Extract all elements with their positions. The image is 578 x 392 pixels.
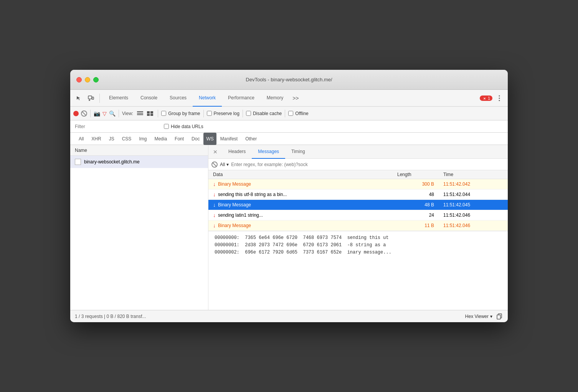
message-row[interactable]: ↓ Binary Message 11 B 11:51:42.046 [208,221,508,231]
message-type-dropdown[interactable]: All ▾ [220,162,229,167]
filter-type-doc[interactable]: Doc [188,133,203,145]
tab-messages[interactable]: Messages [252,145,285,159]
filter-type-all[interactable]: All [75,133,88,145]
message-data-1: Binary Message [218,181,251,187]
error-icon: ✕ [482,96,487,100]
devtools-window: DevTools - binary-websocket.glitch.me/ E… [70,70,508,322]
tab-memory[interactable]: Memory [261,90,289,107]
toolbar2-sep4 [203,110,204,117]
arrow-down-icon: ↓ [213,222,216,229]
tab-performance[interactable]: Performance [222,90,261,107]
more-tabs-button[interactable]: >> [289,95,302,101]
message-length-2: 48 [393,190,439,199]
message-time-5: 11:51:42.046 [439,221,508,230]
filter-type-manifest[interactable]: Manifest [216,133,241,145]
filter-type-css[interactable]: CSS [118,133,135,145]
view-grid-icon[interactable] [145,109,155,118]
network-toolbar: 📷 ▽ 🔍 View: [70,107,508,120]
traffic-lights [76,77,99,82]
filter-type-ws[interactable]: WS [203,133,216,145]
message-row[interactable]: ↓ Binary Message 300 B 11:51:42.042 [208,179,508,189]
record-button[interactable] [73,111,79,116]
arrow-down-icon: ↓ [213,191,216,198]
no-entry-icon[interactable] [211,161,218,168]
arrow-down-icon: ↓ [213,181,216,187]
filter-type-xhr[interactable]: XHR [88,133,105,145]
svg-point-6 [499,95,500,96]
filter-type-font[interactable]: Font [171,133,188,145]
svg-rect-1 [92,97,94,99]
maximize-button[interactable] [93,77,99,82]
message-row[interactable]: ↓ sending latin1 string... 24 11:51:42.0… [208,210,508,221]
offline-checkbox[interactable]: Offline [288,111,308,116]
clear-button[interactable] [81,110,87,117]
filter-type-other[interactable]: Other [241,133,261,145]
svg-rect-11 [137,114,143,115]
tab-sources[interactable]: Sources [163,90,193,107]
tab-timing[interactable]: Timing [285,145,311,159]
svg-rect-15 [150,114,153,116]
more-options-button[interactable] [494,93,505,104]
filter-type-js[interactable]: JS [105,133,118,145]
regex-filter-input[interactable] [231,162,505,167]
hex-viewer-dropdown[interactable]: Hex Viewer ▾ [465,314,492,319]
filter-type-media[interactable]: Media [150,133,171,145]
request-count: 1 / 3 requests | 0 B / 820 B transf... [75,314,146,319]
tab-network[interactable]: Network [193,90,222,107]
filter-type-bar: All XHR JS CSS Img Media Font Doc WS Man… [70,133,508,145]
copy-button[interactable] [495,313,503,320]
device-icon[interactable] [86,93,96,104]
name-column-header: Name [70,145,208,156]
cursor-icon[interactable] [73,93,84,104]
right-panel: ✕ Headers Messages Timing All ▾ [208,145,508,310]
svg-rect-0 [88,96,92,99]
filter-button[interactable]: ▽ [102,110,107,117]
group-by-frame-checkbox[interactable]: Group by frame [161,111,200,116]
data-column-header: Data [208,170,393,179]
ws-item-label: binary-websocket.glitch.me [84,159,140,165]
message-time-1: 11:51:42.042 [439,180,508,189]
messages-tabs: ✕ Headers Messages Timing [208,145,508,159]
view-label: View: [122,111,133,116]
message-length-5: 11 B [393,221,439,230]
websocket-item[interactable]: binary-websocket.glitch.me [70,156,208,168]
messages-filter: All ▾ [208,159,508,170]
close-button[interactable] [76,77,82,82]
length-column-header: Length [393,170,439,179]
toolbar2-sep2 [119,110,119,117]
search-button[interactable]: 🔍 [109,110,116,117]
svg-rect-10 [137,113,143,114]
preserve-log-checkbox[interactable]: Preserve log [207,111,239,116]
message-length-1: 300 B [393,180,439,189]
close-detail-button[interactable]: ✕ [208,145,222,159]
hex-line-2: 00000001: 2d38 2073 7472 696e 6720 6173 … [215,242,502,249]
message-length-4: 24 [393,211,439,220]
svg-rect-13 [150,111,153,114]
message-length-3: 48 B [393,200,439,209]
tab-elements[interactable]: Elements [103,90,134,107]
toolbar2-sep6 [285,110,285,117]
status-bar: 1 / 3 requests | 0 B / 820 B transf... H… [70,310,508,322]
minimize-button[interactable] [85,77,90,82]
message-row[interactable]: ↓ sending this utf-8 string as a bin... … [208,189,508,200]
svg-rect-17 [497,315,500,319]
svg-rect-12 [147,111,150,114]
message-row[interactable]: ↓ Binary Message 48 B 11:51:42.045 [208,200,508,210]
message-data-2: sending this utf-8 string as a bin... [218,192,287,197]
hide-data-urls-checkbox[interactable]: Hide data URLs [164,124,203,129]
svg-text:✕: ✕ [483,97,486,100]
view-list-icon[interactable] [135,109,145,118]
titlebar: DevTools - binary-websocket.glitch.me/ [70,70,508,90]
screenshot-button[interactable]: 📷 [94,110,100,117]
filter-type-img[interactable]: Img [135,133,150,145]
disable-cache-checkbox[interactable]: Disable cache [246,111,282,116]
tab-headers[interactable]: Headers [222,145,252,159]
toolbar2-sep1 [90,110,91,117]
filter-input[interactable] [75,124,159,129]
toolbar-separator [99,94,100,103]
toolbar2-sep3 [158,110,158,117]
dropdown-arrow-icon: ▾ [490,314,492,319]
time-column-header: Time [439,170,508,179]
toolbar2-sep5 [243,110,243,117]
tab-console[interactable]: Console [134,90,163,107]
